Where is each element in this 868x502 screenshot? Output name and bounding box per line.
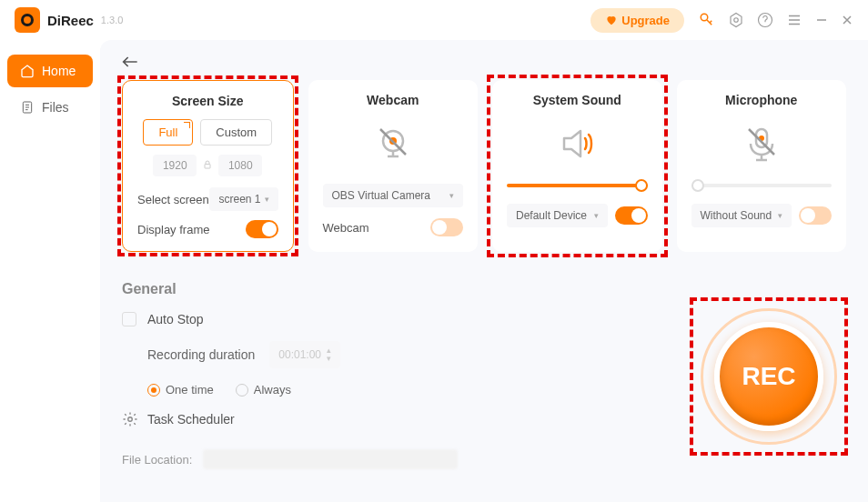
sidebar-item-files[interactable]: Files bbox=[7, 91, 93, 124]
sidebar-item-label: Home bbox=[42, 64, 76, 78]
close-button[interactable] bbox=[841, 14, 853, 26]
sidebar: Home Files bbox=[0, 40, 100, 502]
lock-icon[interactable] bbox=[202, 157, 213, 174]
card-webcam: Webcam OBS Virtual Camera▾ Webcam bbox=[308, 80, 479, 252]
webcam-off-icon bbox=[323, 118, 464, 169]
webcam-toggle-label: Webcam bbox=[323, 221, 369, 235]
svg-point-2 bbox=[734, 18, 739, 23]
one-time-label: One time bbox=[166, 383, 214, 397]
svg-point-0 bbox=[701, 14, 708, 21]
files-icon bbox=[20, 100, 35, 115]
menu-icon[interactable] bbox=[786, 12, 802, 28]
radio-one-time[interactable] bbox=[147, 384, 160, 397]
svg-marker-1 bbox=[731, 14, 742, 27]
app-version: 1.3.0 bbox=[101, 15, 123, 25]
minimize-button[interactable] bbox=[815, 14, 828, 26]
settings-icon[interactable] bbox=[728, 12, 744, 28]
system-sound-slider[interactable] bbox=[507, 184, 648, 187]
main-panel: Screen Size Full Custom Select screen sc… bbox=[100, 40, 868, 502]
back-button[interactable] bbox=[122, 55, 846, 73]
stepper-icon: ▴▾ bbox=[327, 346, 331, 363]
card-microphone: Microphone Without Sound▾ bbox=[677, 80, 847, 252]
chevron-down-icon: ▾ bbox=[449, 191, 454, 200]
microphone-off-icon bbox=[691, 118, 833, 169]
microphone-device-select[interactable]: Without Sound▾ bbox=[691, 204, 792, 227]
card-screen-size: Screen Size Full Custom Select screen sc… bbox=[122, 80, 294, 252]
display-frame-label: Display frame bbox=[137, 223, 209, 236]
home-icon bbox=[20, 64, 35, 78]
card-title: System Sound bbox=[507, 93, 648, 107]
sidebar-item-home[interactable]: Home bbox=[7, 55, 93, 87]
card-title: Webcam bbox=[323, 93, 464, 107]
chevron-down-icon: ▾ bbox=[594, 211, 599, 220]
upgrade-label: Upgrade bbox=[621, 14, 670, 27]
app-name: DiReec bbox=[47, 13, 94, 28]
tab-full[interactable]: Full bbox=[143, 119, 193, 146]
file-location-path bbox=[203, 449, 458, 469]
radio-always[interactable] bbox=[236, 384, 248, 397]
width-input[interactable] bbox=[153, 155, 197, 176]
rec-glow bbox=[701, 308, 837, 445]
key-icon[interactable] bbox=[699, 12, 715, 28]
card-system-sound: System Sound Default Device▾ bbox=[492, 80, 662, 252]
duration-label: Recording duration bbox=[147, 347, 255, 362]
auto-stop-checkbox[interactable] bbox=[122, 312, 136, 326]
help-icon[interactable] bbox=[757, 12, 773, 28]
height-input[interactable] bbox=[218, 155, 262, 176]
duration-input[interactable]: 00:01:00 ▴▾ bbox=[269, 341, 340, 368]
app-logo bbox=[15, 7, 40, 33]
system-sound-device-select[interactable]: Default Device▾ bbox=[507, 204, 608, 227]
titlebar: DiReec 1.3.0 Upgrade bbox=[0, 0, 868, 40]
file-location-label: File Location: bbox=[122, 453, 192, 467]
speaker-icon bbox=[507, 118, 648, 169]
sidebar-item-label: Files bbox=[42, 100, 69, 115]
upgrade-button[interactable]: Upgrade bbox=[590, 8, 684, 33]
heart-icon bbox=[605, 14, 618, 26]
tab-custom[interactable]: Custom bbox=[200, 119, 272, 146]
general-section: General Auto Stop Recording duration 00:… bbox=[122, 281, 846, 469]
webcam-device-select[interactable]: OBS Virtual Camera▾ bbox=[323, 184, 464, 207]
chevron-down-icon: ▾ bbox=[265, 195, 269, 204]
rec-container: REC bbox=[701, 308, 837, 445]
card-title: Screen Size bbox=[137, 94, 278, 108]
always-label: Always bbox=[254, 383, 291, 397]
select-screen-label: Select screen bbox=[137, 193, 209, 206]
webcam-toggle[interactable] bbox=[430, 218, 463, 236]
display-frame-toggle[interactable] bbox=[246, 220, 278, 238]
microphone-slider[interactable] bbox=[691, 184, 833, 187]
card-title: Microphone bbox=[691, 93, 833, 107]
screen-select[interactable]: screen 1▾ bbox=[209, 187, 278, 211]
gear-icon bbox=[122, 411, 138, 427]
chevron-down-icon: ▾ bbox=[778, 211, 782, 220]
auto-stop-label: Auto Stop bbox=[147, 312, 204, 326]
task-scheduler-label: Task Scheduler bbox=[147, 412, 235, 427]
svg-point-10 bbox=[128, 417, 133, 422]
microphone-toggle[interactable] bbox=[799, 206, 832, 225]
system-sound-toggle[interactable] bbox=[615, 206, 648, 225]
svg-rect-5 bbox=[205, 165, 210, 169]
general-title: General bbox=[122, 281, 846, 297]
